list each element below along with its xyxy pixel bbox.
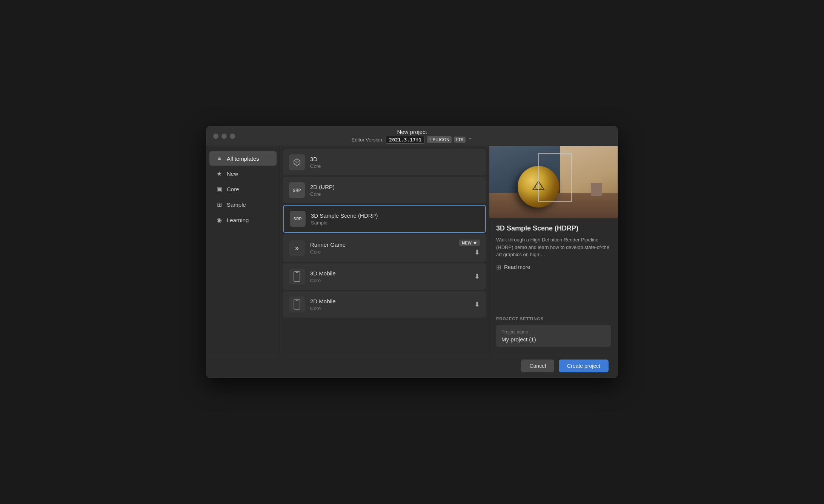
sidebar-item-sample[interactable]: ⊞ Sample (209, 197, 277, 212)
template-icon-2d-urp: SRP (289, 182, 305, 198)
window-title: New project (397, 129, 427, 135)
template-info-2d-urp: 2D (URP) Core (310, 184, 480, 197)
version-label: Editor Version: (352, 137, 384, 143)
template-info-3d-mobile: 3D Mobile Core (310, 270, 469, 283)
silicon-badge:  SILICON (427, 136, 451, 143)
sidebar-label-all-templates: All templates (227, 155, 259, 162)
template-icon-3d-hdrp: SRP (290, 211, 306, 227)
cancel-button[interactable]: Cancel (521, 360, 554, 372)
sidebar-label-core: Core (227, 186, 239, 192)
template-name-2d-mobile: 2D Mobile (310, 298, 469, 304)
template-icon-runner: » (289, 240, 305, 256)
sidebar-label-sample: Sample (227, 201, 246, 208)
svg-rect-4 (294, 272, 300, 281)
template-info-3d: 3D Core (310, 156, 480, 169)
detail-panel: 3D Sample Scene (HDRP) Walk through a Hi… (489, 146, 618, 354)
new-project-window: New project Editor Version: 2021.3.17f1 … (206, 126, 618, 378)
scene-preview (489, 146, 618, 218)
star-icon: ★ (215, 170, 223, 177)
sidebar-item-learning[interactable]: ◉ Learning (209, 213, 277, 227)
scene-glass-frame (538, 153, 572, 202)
template-name-3d-hdrp: 3D Sample Scene (HDRP) (311, 212, 479, 219)
template-category-3d-mobile: Core (310, 278, 469, 283)
footer: Cancel Create project (206, 354, 618, 378)
template-icon-3d (289, 154, 305, 170)
template-name-2d-urp: 2D (URP) (310, 184, 480, 190)
version-chevron-icon[interactable]: ⌃ (468, 137, 472, 143)
traffic-lights (213, 134, 235, 139)
read-more-label: Read more (504, 264, 530, 270)
template-category-2d-mobile: Core (310, 306, 469, 311)
main-content: ≡ All templates ★ New ▣ Core ⊞ Sample ◉ … (206, 146, 618, 354)
core-icon: ▣ (215, 186, 223, 193)
project-name-field-label: Project name (501, 329, 606, 335)
template-category-runner: Core (310, 249, 454, 255)
project-name-field[interactable]: Project name My project (1) (496, 325, 611, 347)
svg-rect-6 (294, 300, 300, 309)
star-badge-icon: ★ (473, 240, 477, 245)
template-info-runner: Runner Game Core (310, 241, 454, 255)
template-item-runner-game[interactable]: » Runner Game Core NEW ★ ⬇ (283, 234, 486, 262)
sample-icon: ⊞ (215, 201, 223, 208)
read-more-button[interactable]: ⊞ Read more (496, 264, 530, 271)
sidebar: ≡ All templates ★ New ▣ Core ⊞ Sample ◉ … (206, 146, 280, 354)
close-button[interactable] (213, 134, 218, 139)
template-category-2d-urp: Core (310, 191, 480, 197)
project-settings-section: PROJECT SETTINGS Project name My project… (489, 317, 618, 354)
version-badge: 2021.3.17f1 (386, 136, 425, 144)
template-badges-2d-mobile: ⬇ (474, 300, 480, 309)
template-name-runner: Runner Game (310, 241, 454, 248)
sidebar-label-learning: Learning (227, 217, 249, 223)
template-category-3d-hdrp: Sample (311, 220, 479, 226)
sidebar-item-all-templates[interactable]: ≡ All templates (209, 151, 277, 166)
template-icon-3d-mobile (289, 269, 305, 284)
detail-image (489, 146, 618, 218)
template-info-3d-hdrp: 3D Sample Scene (HDRP) Sample (311, 212, 479, 226)
download-icon-runner[interactable]: ⬇ (474, 248, 480, 257)
create-project-button[interactable]: Create project (559, 360, 609, 372)
template-badges-3d-mobile: ⬇ (474, 272, 480, 281)
read-more-icon: ⊞ (496, 264, 501, 271)
version-bar: Editor Version: 2021.3.17f1  SILICON LT… (352, 136, 472, 144)
download-icon-3d-mobile[interactable]: ⬇ (474, 272, 480, 281)
project-name-value: My project (1) (501, 336, 606, 343)
list-icon: ≡ (215, 155, 223, 162)
learning-icon: ◉ (215, 217, 223, 224)
template-item-3d[interactable]: 3D Core (283, 149, 486, 175)
sidebar-item-core[interactable]: ▣ Core (209, 182, 277, 197)
new-badge: NEW ★ (459, 240, 480, 246)
template-name-3d: 3D (310, 156, 480, 162)
template-list[interactable]: 3D Core SRP 2D (URP) Core SRP 3D Sample … (280, 146, 489, 354)
detail-title: 3D Sample Scene (HDRP) (496, 224, 611, 232)
template-category-3d: Core (310, 163, 480, 169)
template-info-2d-mobile: 2D Mobile Core (310, 298, 469, 311)
template-item-2d-urp[interactable]: SRP 2D (URP) Core (283, 177, 486, 203)
template-icon-2d-mobile (289, 297, 305, 312)
titlebar: New project Editor Version: 2021.3.17f1 … (206, 126, 618, 146)
detail-content: 3D Sample Scene (HDRP) Walk through a Hi… (489, 218, 618, 317)
template-name-3d-mobile: 3D Mobile (310, 270, 469, 277)
project-settings-label: PROJECT SETTINGS (496, 317, 611, 321)
download-icon-2d-mobile[interactable]: ⬇ (474, 300, 480, 309)
sidebar-label-new: New (227, 171, 238, 177)
lts-badge: LTS (454, 137, 466, 143)
template-item-3d-hdrp[interactable]: SRP 3D Sample Scene (HDRP) Sample (283, 205, 486, 233)
template-badges-runner: NEW ★ ⬇ (459, 240, 480, 257)
template-item-3d-mobile[interactable]: 3D Mobile Core ⬇ (283, 263, 486, 290)
template-item-2d-mobile[interactable]: 2D Mobile Core ⬇ (283, 291, 486, 318)
apple-icon:  (429, 137, 431, 142)
maximize-button[interactable] (230, 134, 235, 139)
minimize-button[interactable] (221, 134, 227, 139)
detail-description: Walk through a High Definition Render Pi… (496, 236, 611, 258)
sidebar-item-new[interactable]: ★ New (209, 166, 277, 181)
scene-chair (591, 183, 602, 196)
